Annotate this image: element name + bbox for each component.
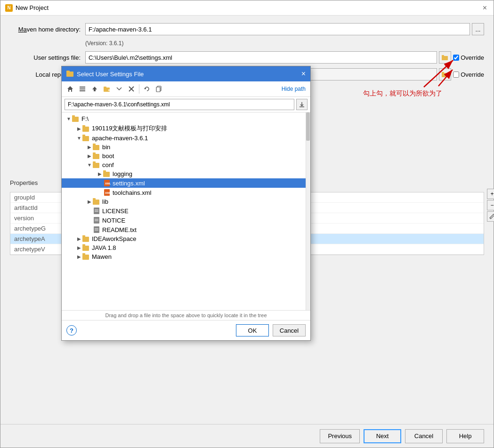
properties-remove-button[interactable]: − xyxy=(487,200,494,210)
folder-icon xyxy=(93,162,100,168)
tree-scrollbar-thumb[interactable] xyxy=(306,112,310,141)
tree-expand-arrow xyxy=(97,180,103,186)
window-icon: N xyxy=(5,4,13,12)
svg-rect-1 xyxy=(442,55,444,56)
tree-expand-arrow: ▶ xyxy=(86,199,93,205)
dialog-ok-button[interactable]: OK xyxy=(236,324,269,336)
hide-path-button[interactable]: Hide path xyxy=(280,86,308,92)
folder-icon xyxy=(82,245,90,251)
dialog-help-button[interactable]: ? xyxy=(66,325,77,336)
tree-item-f-drive[interactable]: ▼ F:\ xyxy=(62,114,310,123)
dialog-path-input[interactable] xyxy=(65,99,294,110)
folder-icon xyxy=(103,171,111,177)
tree-item-conf[interactable]: ▼ conf xyxy=(62,160,310,169)
tree-expand-arrow: ▶ xyxy=(76,125,82,132)
folder-icon xyxy=(93,144,100,150)
window-close-button[interactable]: × xyxy=(481,4,489,12)
folder-icon xyxy=(93,199,100,205)
toolbar-refresh-button[interactable] xyxy=(141,83,153,95)
tree-item-settings-xml[interactable]: XML settings.xml xyxy=(62,178,310,188)
tree-item-label: apache-maven-3.6.1 xyxy=(92,135,148,142)
svg-rect-25 xyxy=(94,208,99,214)
svg-text:+: + xyxy=(108,88,110,92)
tree-item-ideaworkspace[interactable]: ▶ IDEAworkSpace xyxy=(62,234,310,243)
path-download-button[interactable] xyxy=(296,99,308,110)
folder-icon xyxy=(82,254,90,260)
properties-edit-button[interactable] xyxy=(487,211,494,222)
user-settings-input-row: Override xyxy=(85,51,484,64)
svg-rect-2 xyxy=(442,73,448,77)
svg-rect-12 xyxy=(80,90,85,91)
folder-icon xyxy=(82,135,90,141)
override1-checkbox[interactable] xyxy=(453,55,459,61)
file-icon xyxy=(93,226,100,233)
tree-item-readme[interactable]: README.txt xyxy=(62,225,310,234)
tree-expand-arrow: ▼ xyxy=(86,162,93,168)
tree-item-label: LICENSE xyxy=(102,208,129,215)
toolbar-new-folder-button[interactable]: + xyxy=(101,83,113,95)
tree-expand-arrow xyxy=(86,217,93,224)
override1-label: Override xyxy=(453,54,484,61)
tree-item-apache-maven[interactable]: ▼ apache-maven-3.6.1 xyxy=(62,134,310,143)
toolbar-delete-button[interactable] xyxy=(126,83,137,95)
help-button[interactable]: Help xyxy=(446,429,484,443)
svg-rect-31 xyxy=(94,226,99,233)
dialog-cancel-button[interactable]: Cancel xyxy=(273,324,306,336)
override2-checkbox[interactable] xyxy=(453,72,459,78)
tree-expand-arrow xyxy=(97,189,103,196)
tree-item-label: JAVA 1.8 xyxy=(92,244,116,251)
toolbar-up2-button[interactable] xyxy=(113,83,125,95)
tree-scrollbar[interactable] xyxy=(306,112,310,310)
tree-item-bin[interactable]: ▶ bin xyxy=(62,143,310,152)
toolbar-list-button[interactable] xyxy=(77,83,88,95)
svg-rect-10 xyxy=(80,87,85,88)
bottom-bar: Previous Next Cancel Help xyxy=(0,424,494,448)
tree-item-logging[interactable]: ▶ logging xyxy=(62,169,310,178)
properties-add-button[interactable]: + xyxy=(487,189,494,199)
next-button[interactable]: Next xyxy=(364,429,401,443)
tree-item-label: NOTICE xyxy=(102,217,125,224)
tree-item-java18[interactable]: ▶ JAVA 1.8 xyxy=(62,243,310,252)
tree-expand-arrow: ▶ xyxy=(76,245,82,251)
tree-item-toolchains-xml[interactable]: XML toolchains.xml xyxy=(62,188,310,197)
tree-expand-arrow: ▼ xyxy=(65,116,72,122)
svg-rect-11 xyxy=(80,88,85,89)
dialog-bottom-bar: ? OK Cancel xyxy=(62,320,310,340)
dialog-drag-hint: Drag and drop a file into the space abov… xyxy=(62,310,310,320)
svg-rect-28 xyxy=(94,217,99,224)
title-bar: N New Project × xyxy=(0,0,494,16)
svg-rect-9 xyxy=(66,71,70,72)
cancel-button[interactable]: Cancel xyxy=(405,429,443,443)
properties-buttons: + − xyxy=(487,189,494,222)
tree-item-label: toolchains.xml xyxy=(113,189,151,196)
local-repo-browse-button[interactable] xyxy=(439,68,451,80)
tree-item-label: lib xyxy=(102,198,108,205)
dialog-title-bar: Select User Settings File × xyxy=(62,66,310,81)
tree-item-label: 190119文献模板与打印安排 xyxy=(92,124,167,133)
tree-item-label: conf xyxy=(102,161,114,168)
tree-item-docs[interactable]: ▶ 190119文献模板与打印安排 xyxy=(62,123,310,134)
maven-home-input[interactable] xyxy=(85,23,470,35)
tree-item-label: README.txt xyxy=(102,226,137,233)
toolbar-copy-button[interactable] xyxy=(154,83,165,95)
toolbar-home-button[interactable] xyxy=(65,83,76,95)
dialog-tree[interactable]: ▼ F:\ ▶ 190119文献模板与打印安排 ▼ apache-maven-3… xyxy=(62,112,310,310)
maven-browse-button[interactable]: ... xyxy=(472,23,484,35)
toolbar-up-button[interactable] xyxy=(89,83,100,95)
tree-item-lib[interactable]: ▶ lib xyxy=(62,197,310,206)
tree-item-mawen[interactable]: ▶ Mawen xyxy=(62,252,310,261)
dialog-close-button[interactable]: × xyxy=(301,70,306,78)
tree-item-notice[interactable]: NOTICE xyxy=(62,216,310,225)
previous-button[interactable]: Previous xyxy=(320,429,360,443)
tree-item-boot[interactable]: ▶ boot xyxy=(62,152,310,160)
tree-item-license[interactable]: LICENSE xyxy=(62,206,310,216)
tree-expand-arrow: ▶ xyxy=(86,144,93,151)
tree-expand-arrow xyxy=(86,226,93,233)
user-settings-browse-button[interactable] xyxy=(439,51,451,64)
dialog-toolbar: + Hide path xyxy=(62,81,310,97)
tree-expand-arrow: ▶ xyxy=(97,171,103,177)
tree-expand-arrow: ▼ xyxy=(76,135,82,142)
user-settings-input[interactable] xyxy=(85,51,437,64)
dialog-icon xyxy=(66,70,74,78)
version-hint: (Version: 3.6.1) xyxy=(85,40,484,47)
